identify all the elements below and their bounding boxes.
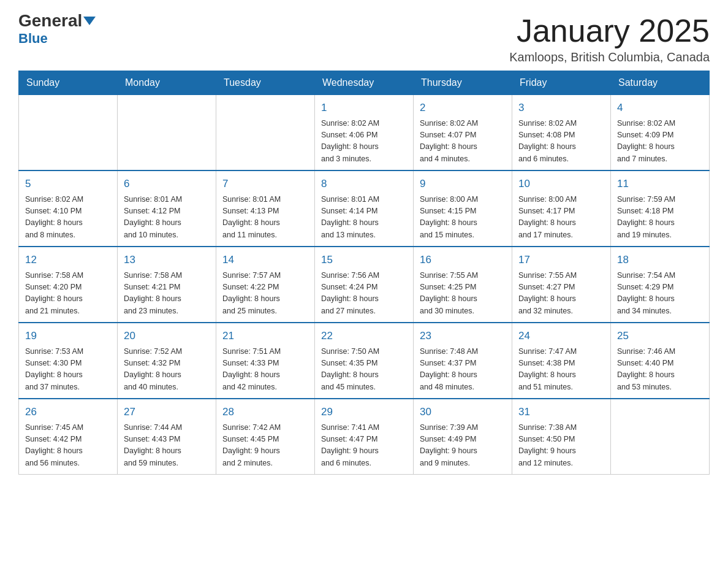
- day-number: 26: [25, 404, 111, 420]
- calendar-cell: 29Sunrise: 7:41 AMSunset: 4:47 PMDayligh…: [315, 399, 414, 475]
- day-number: 10: [518, 176, 604, 192]
- day-info: Sunrise: 7:59 AMSunset: 4:18 PMDaylight:…: [617, 194, 703, 242]
- day-number: 28: [222, 404, 308, 420]
- logo-general-text: General: [18, 12, 82, 29]
- day-number: 22: [321, 328, 407, 344]
- day-info: Sunrise: 8:02 AMSunset: 4:07 PMDaylight:…: [420, 118, 506, 166]
- calendar-cell: 30Sunrise: 7:39 AMSunset: 4:49 PMDayligh…: [414, 399, 512, 475]
- calendar-cell: 25Sunrise: 7:46 AMSunset: 4:40 PMDayligh…: [611, 323, 710, 399]
- day-number: 19: [25, 328, 111, 344]
- day-number: 3: [518, 100, 604, 116]
- day-info: Sunrise: 7:42 AMSunset: 4:45 PMDaylight:…: [222, 422, 308, 470]
- calendar-cell: 1Sunrise: 8:02 AMSunset: 4:06 PMDaylight…: [315, 95, 414, 171]
- day-number: 13: [124, 252, 210, 268]
- calendar-header-tuesday: Tuesday: [216, 71, 315, 95]
- calendar-cell: [611, 399, 710, 475]
- day-number: 1: [321, 100, 407, 116]
- calendar-cell: 15Sunrise: 7:56 AMSunset: 4:24 PMDayligh…: [315, 247, 414, 323]
- day-info: Sunrise: 7:57 AMSunset: 4:22 PMDaylight:…: [222, 270, 308, 318]
- calendar-cell: 18Sunrise: 7:54 AMSunset: 4:29 PMDayligh…: [611, 247, 710, 323]
- calendar-cell: 4Sunrise: 8:02 AMSunset: 4:09 PMDaylight…: [611, 95, 710, 171]
- day-number: 2: [420, 100, 506, 116]
- day-info: Sunrise: 8:01 AMSunset: 4:12 PMDaylight:…: [124, 194, 210, 242]
- day-number: 15: [321, 252, 407, 268]
- day-info: Sunrise: 7:44 AMSunset: 4:43 PMDaylight:…: [124, 422, 210, 470]
- calendar-cell: 7Sunrise: 8:01 AMSunset: 4:13 PMDaylight…: [216, 170, 315, 247]
- day-info: Sunrise: 7:52 AMSunset: 4:32 PMDaylight:…: [124, 346, 210, 394]
- calendar-cell: [118, 95, 216, 171]
- calendar-week-row: 26Sunrise: 7:45 AMSunset: 4:42 PMDayligh…: [19, 399, 710, 475]
- calendar-cell: 21Sunrise: 7:51 AMSunset: 4:33 PMDayligh…: [216, 323, 315, 399]
- day-info: Sunrise: 7:45 AMSunset: 4:42 PMDaylight:…: [25, 422, 111, 470]
- day-info: Sunrise: 8:02 AMSunset: 4:09 PMDaylight:…: [617, 118, 703, 166]
- day-number: 16: [420, 252, 506, 268]
- day-number: 8: [321, 176, 407, 192]
- day-info: Sunrise: 7:39 AMSunset: 4:49 PMDaylight:…: [420, 422, 506, 470]
- calendar-cell: 5Sunrise: 8:02 AMSunset: 4:10 PMDaylight…: [19, 170, 118, 247]
- day-info: Sunrise: 7:50 AMSunset: 4:35 PMDaylight:…: [321, 346, 407, 394]
- day-info: Sunrise: 7:38 AMSunset: 4:50 PMDaylight:…: [518, 422, 604, 470]
- calendar-cell: 22Sunrise: 7:50 AMSunset: 4:35 PMDayligh…: [315, 323, 414, 399]
- day-number: 17: [518, 252, 604, 268]
- day-number: 24: [518, 328, 604, 344]
- day-number: 5: [25, 176, 111, 192]
- day-number: 27: [124, 404, 210, 420]
- calendar-cell: 12Sunrise: 7:58 AMSunset: 4:20 PMDayligh…: [19, 247, 118, 323]
- day-info: Sunrise: 8:00 AMSunset: 4:15 PMDaylight:…: [420, 194, 506, 242]
- calendar-header-row: SundayMondayTuesdayWednesdayThursdayFrid…: [19, 71, 710, 95]
- calendar-cell: 23Sunrise: 7:48 AMSunset: 4:37 PMDayligh…: [414, 323, 512, 399]
- day-number: 12: [25, 252, 111, 268]
- calendar-header-friday: Friday: [512, 71, 611, 95]
- calendar-cell: 27Sunrise: 7:44 AMSunset: 4:43 PMDayligh…: [118, 399, 216, 475]
- calendar-header-monday: Monday: [118, 71, 216, 95]
- logo-blue-text: Blue: [18, 31, 48, 47]
- calendar-cell: 24Sunrise: 7:47 AMSunset: 4:38 PMDayligh…: [512, 323, 611, 399]
- day-info: Sunrise: 8:01 AMSunset: 4:13 PMDaylight:…: [222, 194, 308, 242]
- day-info: Sunrise: 7:47 AMSunset: 4:38 PMDaylight:…: [518, 346, 604, 394]
- calendar-cell: 19Sunrise: 7:53 AMSunset: 4:30 PMDayligh…: [19, 323, 118, 399]
- day-info: Sunrise: 8:02 AMSunset: 4:10 PMDaylight:…: [25, 194, 111, 242]
- calendar-cell: 14Sunrise: 7:57 AMSunset: 4:22 PMDayligh…: [216, 247, 315, 323]
- day-number: 30: [420, 404, 506, 420]
- day-number: 7: [222, 176, 308, 192]
- day-number: 31: [518, 404, 604, 420]
- day-number: 14: [222, 252, 308, 268]
- day-info: Sunrise: 8:00 AMSunset: 4:17 PMDaylight:…: [518, 194, 604, 242]
- day-info: Sunrise: 7:41 AMSunset: 4:47 PMDaylight:…: [321, 422, 407, 470]
- calendar-cell: 26Sunrise: 7:45 AMSunset: 4:42 PMDayligh…: [19, 399, 118, 475]
- day-info: Sunrise: 7:54 AMSunset: 4:29 PMDaylight:…: [617, 270, 703, 318]
- day-number: 18: [617, 252, 703, 268]
- day-info: Sunrise: 7:51 AMSunset: 4:33 PMDaylight:…: [222, 346, 308, 394]
- calendar-header-sunday: Sunday: [19, 71, 118, 95]
- day-number: 25: [617, 328, 703, 344]
- day-info: Sunrise: 8:02 AMSunset: 4:08 PMDaylight:…: [518, 118, 604, 166]
- day-info: Sunrise: 7:58 AMSunset: 4:21 PMDaylight:…: [124, 270, 210, 318]
- calendar-table: SundayMondayTuesdayWednesdayThursdayFrid…: [18, 71, 710, 475]
- calendar-week-row: 1Sunrise: 8:02 AMSunset: 4:06 PMDaylight…: [19, 95, 710, 171]
- month-title: January 2025: [509, 12, 710, 49]
- day-info: Sunrise: 8:01 AMSunset: 4:14 PMDaylight:…: [321, 194, 407, 242]
- title-block: January 2025 Kamloops, British Columbia,…: [509, 12, 710, 64]
- calendar-week-row: 19Sunrise: 7:53 AMSunset: 4:30 PMDayligh…: [19, 323, 710, 399]
- calendar-cell: 28Sunrise: 7:42 AMSunset: 4:45 PMDayligh…: [216, 399, 315, 475]
- calendar-cell: 16Sunrise: 7:55 AMSunset: 4:25 PMDayligh…: [414, 247, 512, 323]
- calendar-header-wednesday: Wednesday: [315, 71, 414, 95]
- day-number: 9: [420, 176, 506, 192]
- calendar-cell: 13Sunrise: 7:58 AMSunset: 4:21 PMDayligh…: [118, 247, 216, 323]
- calendar-cell: 11Sunrise: 7:59 AMSunset: 4:18 PMDayligh…: [611, 170, 710, 247]
- day-number: 20: [124, 328, 210, 344]
- calendar-cell: 9Sunrise: 8:00 AMSunset: 4:15 PMDaylight…: [414, 170, 512, 247]
- calendar-cell: 20Sunrise: 7:52 AMSunset: 4:32 PMDayligh…: [118, 323, 216, 399]
- day-info: Sunrise: 7:55 AMSunset: 4:25 PMDaylight:…: [420, 270, 506, 318]
- day-number: 21: [222, 328, 308, 344]
- calendar-cell: 17Sunrise: 7:55 AMSunset: 4:27 PMDayligh…: [512, 247, 611, 323]
- day-info: Sunrise: 7:53 AMSunset: 4:30 PMDaylight:…: [25, 346, 111, 394]
- location-subtitle: Kamloops, British Columbia, Canada: [509, 50, 710, 64]
- calendar-cell: [216, 95, 315, 171]
- day-info: Sunrise: 7:58 AMSunset: 4:20 PMDaylight:…: [25, 270, 111, 318]
- day-info: Sunrise: 7:48 AMSunset: 4:37 PMDaylight:…: [420, 346, 506, 394]
- day-number: 4: [617, 100, 703, 116]
- calendar-cell: [19, 95, 118, 171]
- calendar-week-row: 5Sunrise: 8:02 AMSunset: 4:10 PMDaylight…: [19, 170, 710, 247]
- calendar-cell: 3Sunrise: 8:02 AMSunset: 4:08 PMDaylight…: [512, 95, 611, 171]
